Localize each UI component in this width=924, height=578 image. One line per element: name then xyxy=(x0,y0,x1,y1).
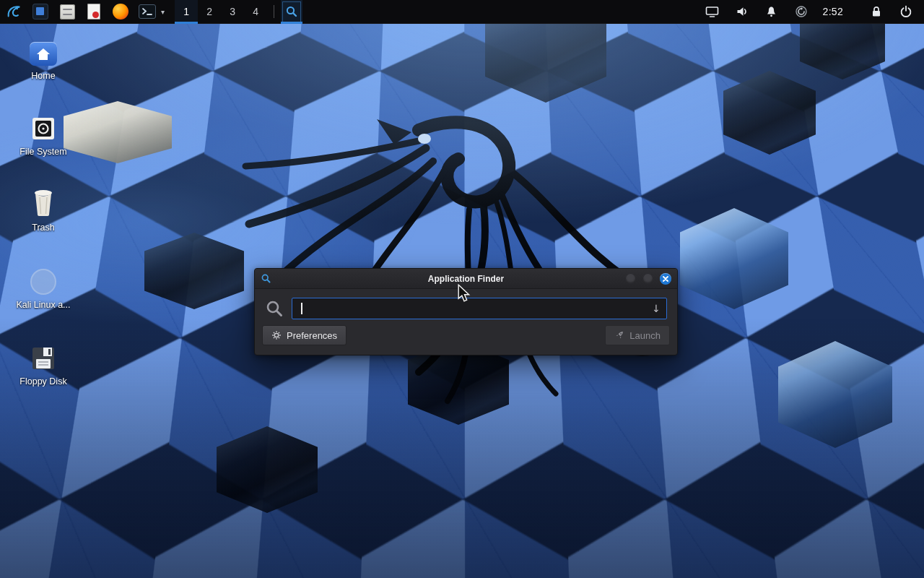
workspace-switcher: 1 2 3 4 xyxy=(175,0,267,24)
floppy-disk-icon xyxy=(30,345,56,371)
terminal-icon[interactable] xyxy=(138,2,157,21)
display-icon[interactable] xyxy=(703,2,722,21)
desktop-icon-label: Floppy Disk xyxy=(19,376,66,387)
power-icon[interactable] xyxy=(897,2,915,21)
file-system-drive-icon xyxy=(30,116,56,142)
workspace-4[interactable]: 4 xyxy=(244,0,267,24)
search-icon xyxy=(285,5,298,18)
desktop-icon-home[interactable]: Home xyxy=(9,42,78,81)
search-input[interactable] xyxy=(292,298,667,319)
preferences-button[interactable]: Preferences xyxy=(262,325,346,345)
notifications-bell-icon[interactable] xyxy=(762,2,781,21)
minimize-button[interactable] xyxy=(625,273,636,284)
text-caret xyxy=(301,303,302,314)
system-tray: 2:52 xyxy=(703,2,924,21)
launch-label: Launch xyxy=(629,330,661,341)
clock[interactable]: 2:52 xyxy=(823,6,843,17)
workspace-1[interactable]: 1 xyxy=(175,0,198,24)
kali-dragon-silhouette xyxy=(180,69,686,430)
firefox-icon[interactable] xyxy=(111,2,130,21)
show-desktop-icon[interactable] xyxy=(31,2,50,21)
panel-separator xyxy=(274,5,274,18)
volume-icon[interactable] xyxy=(733,2,751,21)
desktop-icon-kali-shortcut[interactable]: Kali Linux a... xyxy=(9,269,78,310)
home-folder-icon xyxy=(30,42,57,66)
window-titlebar[interactable]: Application Finder xyxy=(255,269,677,289)
preferences-label: Preferences xyxy=(287,330,337,341)
panel-launchers: ▾ xyxy=(0,2,165,21)
window-title: Application Finder xyxy=(255,274,677,284)
close-button[interactable] xyxy=(660,273,671,285)
sync-icon[interactable] xyxy=(792,2,811,21)
launch-button[interactable]: Launch xyxy=(605,325,670,345)
desktop-icon-trash[interactable]: Trash xyxy=(9,189,78,233)
application-finder-window: Application Finder ↓ xyxy=(254,268,678,355)
file-manager-icon[interactable] xyxy=(58,2,77,21)
workspace-3[interactable]: 3 xyxy=(221,0,244,24)
top-panel: ▾ 1 2 3 4 2:52 xyxy=(0,0,924,24)
kali-shortcut-icon xyxy=(30,269,56,295)
desktop-icon-label: Trash xyxy=(32,223,55,233)
maximize-button[interactable] xyxy=(642,273,653,284)
desktop-icon-file-system[interactable]: File System xyxy=(9,116,78,157)
close-icon xyxy=(663,276,668,282)
workspace-2[interactable]: 2 xyxy=(198,0,221,24)
kali-menu-icon[interactable] xyxy=(4,2,23,21)
terminal-dropdown-chevron-icon[interactable]: ▾ xyxy=(161,8,165,16)
text-editor-icon[interactable] xyxy=(84,2,103,21)
trash-bin-icon xyxy=(31,189,56,217)
desktop-icon-label: Home xyxy=(31,71,55,81)
desktop-icon-label: File System xyxy=(19,147,66,157)
gear-icon xyxy=(271,330,282,340)
lock-icon[interactable] xyxy=(867,2,886,21)
search-icon xyxy=(265,299,284,319)
taskbar-application-finder[interactable] xyxy=(281,0,302,24)
desktop-icon-floppy-disk[interactable]: Floppy Disk xyxy=(9,345,78,387)
launch-rocket-icon xyxy=(614,330,624,340)
input-dropdown-arrow-icon[interactable]: ↓ xyxy=(652,303,661,314)
desktop-icon-label: Kali Linux a... xyxy=(16,300,70,310)
